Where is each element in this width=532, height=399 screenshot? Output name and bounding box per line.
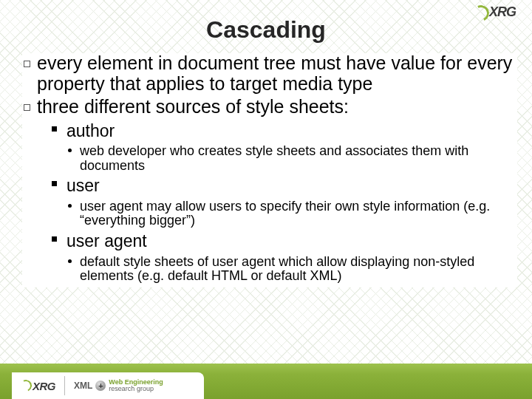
- source-detail: web developer who creates style sheets a…: [80, 144, 517, 174]
- dot-icon: [68, 255, 80, 284]
- bullet-l2: user agent: [52, 232, 517, 252]
- source-label: user agent: [66, 232, 147, 250]
- divider: [64, 376, 65, 395]
- hollow-square-icon: [22, 97, 37, 117]
- dot-icon: [68, 144, 80, 174]
- slide-content: every element in document tree must have…: [22, 53, 517, 287]
- bullet-text: every element in document tree must have…: [37, 53, 517, 94]
- swoosh-icon: [19, 381, 31, 391]
- research-group-label: XML + Web Engineering research group: [74, 379, 163, 392]
- group-sub: Web Engineering research group: [109, 379, 163, 392]
- source-detail: default style sheets of user agent which…: [80, 255, 517, 284]
- slide-title: Cascading: [0, 16, 532, 44]
- group-bottom: research group: [109, 385, 154, 392]
- bullet-l2: author: [52, 122, 517, 142]
- bullet-l2: user: [52, 177, 517, 197]
- dot-icon: [68, 200, 80, 229]
- bullet-l3: web developer who creates style sheets a…: [68, 144, 517, 175]
- source-detail: user agent may allow users to specify th…: [80, 200, 517, 229]
- xml-label: XML: [74, 381, 92, 391]
- filled-square-icon: [52, 232, 66, 250]
- bullet-l3: user agent may allow users to specify th…: [68, 200, 517, 231]
- source-label: author: [66, 122, 115, 140]
- filled-square-icon: [52, 122, 66, 140]
- filled-square-icon: [52, 177, 66, 195]
- bullet-l3: default style sheets of user agent which…: [68, 255, 517, 286]
- hollow-square-icon: [22, 53, 37, 94]
- bullet-l1: three different sources of style sheets:: [22, 97, 517, 120]
- bullet-text: three different sources of style sheets:: [37, 97, 349, 117]
- footer-badge: XRG XML + Web Engineering research group: [12, 372, 204, 399]
- plus-icon: +: [95, 381, 106, 391]
- footer-bar: XRG XML + Web Engineering research group: [0, 364, 532, 399]
- brand-logo-footer: XRG: [19, 380, 55, 392]
- source-label: user: [66, 177, 100, 195]
- bullet-l1: every element in document tree must have…: [22, 53, 517, 97]
- brand-name: XRG: [33, 380, 55, 392]
